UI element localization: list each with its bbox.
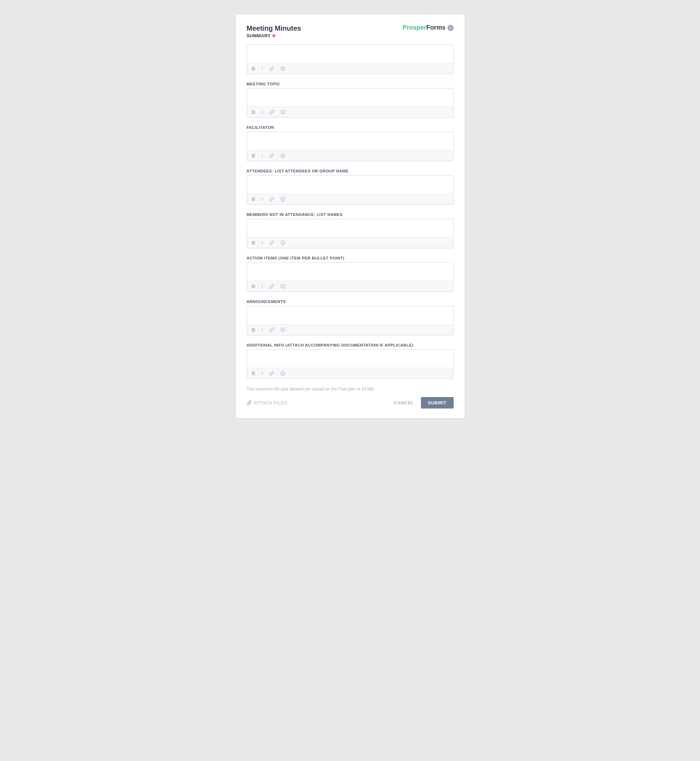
field-members-not-in-attendance: MEMBERS NOT IN ATTENDANCE: LIST NAMES B … bbox=[247, 212, 454, 248]
announcements-editor: B I bbox=[247, 306, 454, 335]
footer-actions: ATTACH FILES CANCEL SUBMIT bbox=[247, 397, 454, 409]
summary-bold-btn[interactable]: B bbox=[250, 65, 257, 72]
summary-link-btn[interactable] bbox=[268, 65, 276, 72]
summary-editor: B I bbox=[247, 45, 454, 74]
attendees-emoji-btn[interactable] bbox=[279, 196, 287, 202]
form-submit-actions: CANCEL SUBMIT bbox=[394, 397, 454, 409]
meeting-topic-toolbar: B I bbox=[247, 106, 453, 117]
members-emoji-btn[interactable] bbox=[279, 240, 287, 246]
members-not-in-attendance-toolbar: B I bbox=[247, 237, 453, 248]
members-italic-btn[interactable]: I bbox=[260, 240, 264, 246]
members-not-in-attendance-input[interactable] bbox=[247, 219, 453, 236]
action-items-input[interactable] bbox=[247, 263, 453, 279]
required-indicator: ★ bbox=[272, 33, 276, 38]
action-items-toolbar: B I bbox=[247, 281, 453, 292]
meeting-topic-italic-btn[interactable]: I bbox=[260, 109, 264, 115]
form-container: Meeting Minutes SUMMARY★ ProsperForms × … bbox=[235, 14, 465, 419]
summary-toolbar: B I bbox=[247, 63, 453, 74]
field-summary: B I bbox=[247, 45, 454, 74]
cancel-button[interactable]: CANCEL bbox=[394, 400, 414, 405]
attendees-italic-btn[interactable]: I bbox=[260, 196, 264, 202]
close-button[interactable]: × bbox=[447, 25, 454, 31]
attendees-label: ATTENDEES: LIST ATTENDEES OR GROUP NAME bbox=[247, 169, 454, 173]
svg-point-12 bbox=[281, 241, 285, 245]
members-bold-btn[interactable]: B bbox=[250, 240, 257, 246]
paperclip-icon bbox=[247, 400, 252, 405]
prosper-forms-logo: ProsperForms bbox=[402, 24, 445, 31]
facilitator-bold-btn[interactable]: B bbox=[250, 153, 257, 159]
meeting-topic-input[interactable] bbox=[247, 89, 453, 105]
field-action-items: ACTION ITEMS (ONE ITEM PER BULLET POINT)… bbox=[247, 256, 454, 292]
svg-point-0 bbox=[281, 67, 285, 71]
logo-prosper-text: Prosper bbox=[402, 24, 426, 31]
meeting-topic-editor: B I bbox=[247, 88, 454, 118]
facilitator-toolbar: B I bbox=[247, 150, 453, 161]
meeting-topic-label: MEETING TOPIC bbox=[247, 82, 454, 86]
summary-section-label: SUMMARY★ bbox=[247, 33, 302, 38]
field-attendees: ATTENDEES: LIST ATTENDEES OR GROUP NAME … bbox=[247, 169, 454, 205]
svg-point-9 bbox=[281, 197, 285, 201]
announcements-input[interactable] bbox=[247, 306, 453, 323]
attendees-bold-btn[interactable]: B bbox=[250, 196, 257, 202]
field-facilitator: FACILITATOR B I bbox=[247, 125, 454, 161]
form-footer: The maximum file size allowed per upload… bbox=[247, 387, 454, 409]
additional-info-editor: B I bbox=[247, 349, 454, 379]
action-items-label: ACTION ITEMS (ONE ITEM PER BULLET POINT) bbox=[247, 256, 454, 260]
svg-point-3 bbox=[281, 110, 285, 114]
members-not-in-attendance-editor: B I bbox=[247, 219, 454, 248]
meeting-topic-link-btn[interactable] bbox=[268, 109, 276, 115]
meeting-topic-bold-btn[interactable]: B bbox=[250, 109, 257, 115]
members-not-in-attendance-label: MEMBERS NOT IN ATTENDANCE: LIST NAMES bbox=[247, 212, 454, 217]
action-items-bold-btn[interactable]: B bbox=[250, 283, 257, 289]
form-header: Meeting Minutes SUMMARY★ ProsperForms × bbox=[247, 24, 454, 38]
announcements-bold-btn[interactable]: B bbox=[250, 327, 257, 333]
attach-files-button[interactable]: ATTACH FILES bbox=[247, 400, 288, 405]
facilitator-emoji-btn[interactable] bbox=[279, 153, 287, 159]
svg-point-6 bbox=[281, 154, 285, 158]
summary-emoji-btn[interactable] bbox=[279, 65, 287, 72]
additional-info-italic-btn[interactable]: I bbox=[260, 370, 264, 376]
additional-info-bold-btn[interactable]: B bbox=[250, 370, 257, 376]
logo-area: ProsperForms × bbox=[402, 24, 453, 31]
field-additional-info: ADDITIONAL INFO (ATTACH ACCOMPANYING DOC… bbox=[247, 343, 454, 379]
svg-point-21 bbox=[281, 371, 285, 376]
submit-button[interactable]: SUBMIT bbox=[421, 397, 454, 409]
members-link-btn[interactable] bbox=[268, 240, 276, 246]
announcements-italic-btn[interactable]: I bbox=[260, 327, 264, 333]
field-meeting-topic: MEETING TOPIC B I bbox=[247, 82, 454, 118]
action-items-link-btn[interactable] bbox=[268, 283, 276, 289]
facilitator-link-btn[interactable] bbox=[268, 153, 276, 159]
facilitator-label: FACILITATOR bbox=[247, 125, 454, 129]
additional-info-input[interactable] bbox=[247, 350, 453, 366]
action-items-emoji-btn[interactable] bbox=[279, 283, 287, 289]
summary-input[interactable] bbox=[247, 45, 453, 62]
logo-forms-text: Forms bbox=[426, 24, 445, 31]
facilitator-italic-btn[interactable]: I bbox=[260, 153, 264, 159]
attendees-input[interactable] bbox=[247, 176, 453, 192]
attendees-toolbar: B I bbox=[247, 193, 453, 204]
attendees-link-btn[interactable] bbox=[268, 196, 276, 202]
meeting-topic-emoji-btn[interactable] bbox=[279, 109, 287, 115]
announcements-emoji-btn[interactable] bbox=[279, 327, 287, 333]
announcements-label: ANNOUNCEMENTS bbox=[247, 299, 454, 304]
action-items-editor: B I bbox=[247, 262, 454, 292]
action-items-italic-btn[interactable]: I bbox=[260, 283, 264, 289]
facilitator-input[interactable] bbox=[247, 132, 453, 149]
form-title-block: Meeting Minutes SUMMARY★ bbox=[247, 24, 302, 38]
field-announcements: ANNOUNCEMENTS B I bbox=[247, 299, 454, 335]
announcements-toolbar: B I bbox=[247, 324, 453, 335]
announcements-link-btn[interactable] bbox=[268, 327, 276, 333]
svg-point-18 bbox=[281, 328, 285, 332]
additional-info-link-btn[interactable] bbox=[268, 370, 276, 376]
form-main-title: Meeting Minutes bbox=[247, 24, 302, 33]
attach-files-label: ATTACH FILES bbox=[254, 400, 288, 405]
additional-info-toolbar: B I bbox=[247, 368, 453, 379]
file-size-note: The maximum file size allowed per upload… bbox=[247, 387, 454, 391]
additional-info-label: ADDITIONAL INFO (ATTACH ACCOMPANYING DOC… bbox=[247, 343, 454, 347]
attendees-editor: B I bbox=[247, 175, 454, 205]
facilitator-editor: B I bbox=[247, 132, 454, 161]
summary-italic-btn[interactable]: I bbox=[260, 65, 264, 72]
additional-info-emoji-btn[interactable] bbox=[279, 370, 287, 376]
svg-point-15 bbox=[281, 284, 285, 288]
